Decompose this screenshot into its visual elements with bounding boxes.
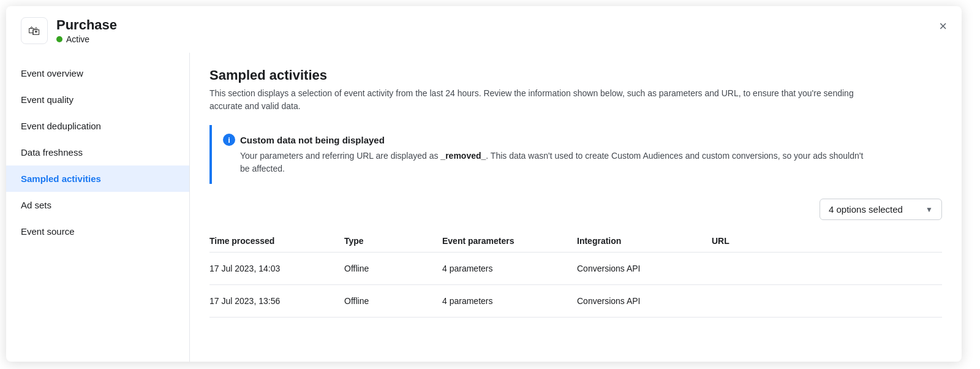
header-title-block: Purchase Active <box>56 17 117 44</box>
cell-type-0: Offline <box>344 253 442 285</box>
info-icon: i <box>223 134 235 146</box>
sidebar-item-event-source[interactable]: Event source <box>6 218 189 245</box>
sidebar-item-event-quality[interactable]: Event quality <box>6 86 189 113</box>
options-dropdown[interactable]: 4 options selected ▼ <box>820 199 942 220</box>
cell-time-0: 17 Jul 2023, 14:03 <box>209 253 344 285</box>
cell-integration-1: Conversions API <box>577 285 712 318</box>
status-label: Active <box>66 34 89 44</box>
alert-title: Custom data not being displayed <box>240 135 385 145</box>
col-header-url: URL <box>712 230 942 253</box>
alert-box: i Custom data not being displayed Your p… <box>209 125 883 184</box>
chevron-down-icon: ▼ <box>925 205 933 214</box>
page-title: Purchase <box>56 17 117 33</box>
cell-params-1: 4 parameters <box>442 285 577 318</box>
main-content: Sampled activities This section displays… <box>190 53 962 362</box>
sidebar-item-event-deduplication[interactable]: Event deduplication <box>6 113 189 139</box>
close-button[interactable]: × <box>937 17 949 36</box>
alert-body-prefix: Your parameters and referring URL are di… <box>240 151 440 161</box>
header-status: Active <box>56 34 117 44</box>
modal-body: Event overview Event quality Event dedup… <box>6 53 962 362</box>
purchase-icon: 🛍 <box>21 17 48 44</box>
cell-type-1: Offline <box>344 285 442 318</box>
cell-time-1: 17 Jul 2023, 13:56 <box>209 285 344 318</box>
dropdown-label: 4 options selected <box>829 204 903 215</box>
data-table: Time processed Type Event parameters Int… <box>209 230 942 318</box>
sidebar: Event overview Event quality Event dedup… <box>6 53 190 362</box>
cell-params-0: 4 parameters <box>442 253 577 285</box>
sidebar-item-data-freshness[interactable]: Data freshness <box>6 139 189 165</box>
status-dot <box>56 36 62 42</box>
section-title: Sampled activities <box>209 67 942 83</box>
alert-highlight: _removed_ <box>440 151 486 161</box>
sidebar-item-sampled-activities[interactable]: Sampled activities <box>6 165 189 192</box>
section-description: This section displays a selection of eve… <box>209 87 883 113</box>
col-header-params: Event parameters <box>442 230 577 253</box>
col-header-type: Type <box>344 230 442 253</box>
col-header-integration: Integration <box>577 230 712 253</box>
table-controls: 4 options selected ▼ <box>209 199 942 220</box>
alert-header: i Custom data not being displayed <box>223 134 872 146</box>
table-row: 17 Jul 2023, 13:56 Offline 4 parameters … <box>209 285 942 318</box>
col-header-time: Time processed <box>209 230 344 253</box>
cell-integration-0: Conversions API <box>577 253 712 285</box>
modal-header: 🛍 Purchase Active × <box>6 6 962 53</box>
table-row: 17 Jul 2023, 14:03 Offline 4 parameters … <box>209 253 942 285</box>
table-header-row: Time processed Type Event parameters Int… <box>209 230 942 253</box>
alert-body: Your parameters and referring URL are di… <box>223 150 872 175</box>
cell-url-1 <box>712 285 942 318</box>
sidebar-item-ad-sets[interactable]: Ad sets <box>6 192 189 218</box>
modal-container: 🛍 Purchase Active × Event overview Event… <box>6 6 962 362</box>
cell-url-0 <box>712 253 942 285</box>
sidebar-item-event-overview[interactable]: Event overview <box>6 60 189 86</box>
